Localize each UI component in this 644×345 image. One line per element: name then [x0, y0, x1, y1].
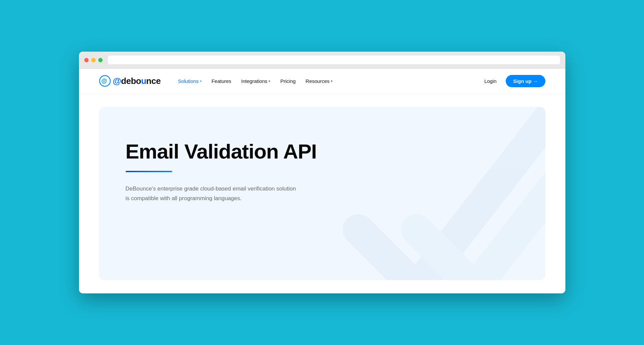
- integrations-chevron-icon: ▾: [269, 79, 270, 83]
- logo-icon: @: [99, 75, 111, 87]
- nav-item-integrations[interactable]: Integrations ▾: [237, 76, 274, 87]
- signup-button[interactable]: Sign up →: [506, 75, 545, 87]
- browser-chrome: [79, 52, 565, 69]
- logo[interactable]: @ @debounce: [99, 75, 161, 87]
- hero-description: DeBounce's enterprise grade cloud-based …: [126, 184, 299, 203]
- navbar-right: Login Sign up →: [480, 75, 545, 87]
- nav-item-features[interactable]: Features: [208, 76, 235, 87]
- nav-item-pricing[interactable]: Pricing: [276, 76, 300, 87]
- login-button[interactable]: Login: [480, 76, 501, 87]
- hero-bg-checkmark-icon: [339, 107, 545, 280]
- nav-item-solutions[interactable]: Solutions ▾: [174, 76, 206, 87]
- traffic-light-green[interactable]: [98, 58, 103, 62]
- hero-title: Email Validation API: [126, 140, 325, 163]
- traffic-light-red[interactable]: [84, 58, 89, 62]
- hero-content: Email Validation API DeBounce's enterpri…: [126, 140, 325, 203]
- browser-window: @ @debounce Solutions ▾ Features Integra…: [79, 52, 565, 293]
- resources-chevron-icon: ▾: [331, 79, 332, 83]
- nav-item-resources[interactable]: Resources ▾: [302, 76, 336, 87]
- nav-menu: Solutions ▾ Features Integrations ▾ Pric…: [174, 76, 336, 87]
- hero-underline-decoration: [126, 171, 172, 172]
- traffic-light-yellow[interactable]: [91, 58, 96, 62]
- navbar: @ @debounce Solutions ▾ Features Integra…: [79, 69, 565, 94]
- svg-text:@: @: [101, 78, 107, 84]
- address-bar[interactable]: [108, 56, 560, 64]
- navbar-left: @ @debounce Solutions ▾ Features Integra…: [99, 75, 337, 87]
- solutions-chevron-icon: ▾: [200, 79, 202, 83]
- logo-text: @debounce: [113, 76, 161, 86]
- hero-section: Email Validation API DeBounce's enterpri…: [99, 107, 545, 280]
